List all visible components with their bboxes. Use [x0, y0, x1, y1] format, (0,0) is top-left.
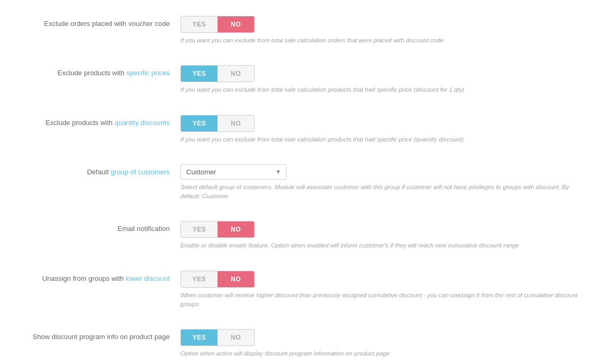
setting-label-exclude-quantity-discounts: Exclude products with quantity discounts [21, 115, 180, 128]
yes-button-unassign-lower-discount[interactable]: YES [181, 271, 218, 287]
setting-row-default-customer-group: Default group of customersCustomerVisito… [21, 159, 578, 201]
yes-button-email-notification[interactable]: YES [181, 221, 218, 237]
hint-text-email-notification: Enable or disable emails feature. Option… [180, 241, 578, 250]
setting-content-show-product-page: YESNOOption when active will display dis… [180, 329, 578, 358]
no-button-show-product-page[interactable]: NO [218, 330, 254, 345]
select-default-customer-group[interactable]: CustomerVisitorGuest [180, 164, 287, 180]
settings-container: Exclude orders placed with voucher codeY… [0, 0, 599, 364]
hint-text-default-customer-group: Select default group of customers. Modul… [180, 183, 578, 201]
no-button-email-notification[interactable]: NO [218, 221, 254, 237]
no-button-exclude-voucher[interactable]: NO [218, 16, 254, 32]
yes-button-exclude-specific-prices[interactable]: YES [181, 66, 218, 82]
toggle-group-exclude-voucher: YESNO [180, 16, 255, 33]
no-button-unassign-lower-discount[interactable]: NO [218, 271, 254, 287]
setting-row-exclude-voucher: Exclude orders placed with voucher codeY… [21, 11, 578, 45]
hint-text-exclude-specific-prices: If you want you can exclude from total s… [180, 85, 578, 94]
setting-row-exclude-specific-prices: Exclude products with specific pricesYES… [21, 60, 578, 94]
yes-button-exclude-voucher[interactable]: YES [181, 16, 218, 32]
yes-button-show-product-page[interactable]: YES [181, 330, 218, 345]
toggle-group-email-notification: YESNO [180, 221, 255, 238]
setting-label-email-notification: Email notification [21, 221, 180, 234]
setting-label-exclude-specific-prices: Exclude products with specific prices [21, 65, 180, 78]
setting-content-email-notification: YESNOEnable or disable emails feature. O… [180, 221, 578, 250]
setting-content-exclude-specific-prices: YESNOIf you want you can exclude from to… [180, 65, 578, 94]
hint-text-exclude-voucher: If you want you can exclude from total s… [180, 36, 578, 45]
setting-row-show-product-page: Show discount program info on product pa… [21, 324, 578, 358]
yes-button-exclude-quantity-discounts[interactable]: YES [181, 116, 218, 131]
setting-content-exclude-voucher: YESNOIf you want you can exclude from to… [180, 16, 578, 45]
setting-label-default-customer-group: Default group of customers [21, 164, 180, 177]
no-button-exclude-specific-prices[interactable]: NO [218, 66, 254, 82]
hint-text-exclude-quantity-discounts: If you want you can exclude from total s… [180, 135, 578, 144]
setting-content-unassign-lower-discount: YESNOWhen customer will receive higher d… [180, 271, 578, 309]
setting-row-unassign-lower-discount: Unassign from groups with lower discount… [21, 265, 578, 309]
toggle-group-unassign-lower-discount: YESNO [180, 271, 255, 288]
setting-row-exclude-quantity-discounts: Exclude products with quantity discounts… [21, 110, 578, 144]
toggle-group-exclude-quantity-discounts: YESNO [180, 115, 255, 132]
toggle-group-exclude-specific-prices: YESNO [180, 65, 255, 82]
setting-label-unassign-lower-discount: Unassign from groups with lower discount [21, 271, 180, 283]
select-wrapper-default-customer-group: CustomerVisitorGuest▼ [180, 164, 287, 180]
setting-content-exclude-quantity-discounts: YESNOIf you want you can exclude from to… [180, 115, 578, 144]
no-button-exclude-quantity-discounts[interactable]: NO [218, 116, 254, 131]
setting-row-email-notification: Email notificationYESNOEnable or disable… [21, 216, 578, 250]
setting-label-show-product-page: Show discount program info on product pa… [21, 329, 180, 342]
setting-label-exclude-voucher: Exclude orders placed with voucher code [21, 16, 180, 29]
rows-container: Exclude orders placed with voucher codeY… [21, 11, 578, 364]
toggle-group-show-product-page: YESNO [180, 329, 255, 346]
hint-text-show-product-page: Option when active will display discount… [180, 349, 578, 358]
setting-content-default-customer-group: CustomerVisitorGuest▼Select default grou… [180, 164, 578, 201]
hint-text-unassign-lower-discount: When customer will receive higher discou… [180, 291, 578, 309]
